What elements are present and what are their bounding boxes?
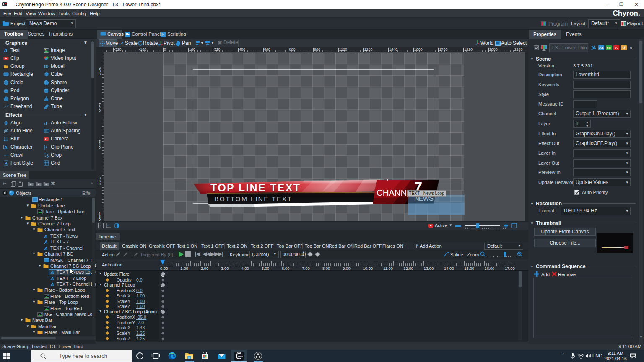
svg-text:A: A	[50, 270, 54, 275]
svg-text:A: A	[50, 276, 54, 281]
svg-text:A: A	[5, 161, 8, 165]
svg-text:A: A	[3, 48, 8, 53]
svg-text:TOP LINE TEXT: TOP LINE TEXT	[210, 182, 300, 194]
svg-text:A: A	[44, 234, 48, 239]
svg-text:A: A	[44, 246, 48, 251]
svg-text:3D: 3D	[44, 65, 49, 69]
svg-text:BOTTOM LINE TEXT: BOTTOM LINE TEXT	[214, 195, 292, 202]
svg-text:A: A	[50, 282, 54, 287]
svg-text:A: A	[44, 240, 48, 245]
svg-text:A: A	[4, 145, 8, 150]
svg-text:PRME: PRME	[238, 355, 243, 357]
